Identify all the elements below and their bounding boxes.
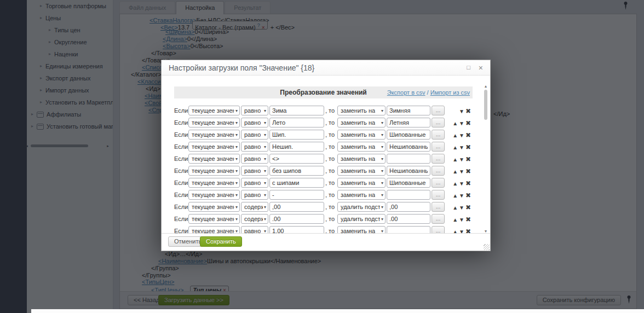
source-select[interactable]: текущее значение▾ [188,178,240,188]
delete-row-icon[interactable]: ✖ [465,143,471,151]
operator-select[interactable]: равно▾ [241,118,268,127]
replace-value-input[interactable] [387,166,430,176]
match-value-input[interactable] [269,118,324,127]
source-select[interactable]: текущее значение▾ [188,226,240,233]
replace-value-input[interactable] [387,142,430,152]
operator-select[interactable]: равно▾ [241,130,268,140]
more-options-button[interactable]: ... [432,154,445,164]
replace-value-input[interactable] [387,202,430,212]
source-select[interactable]: текущее значение▾ [188,190,240,200]
move-up-icon[interactable]: ▲ [452,181,458,187]
move-down-icon[interactable]: ▼ [459,205,464,211]
match-value-input[interactable] [269,106,324,115]
more-options-button[interactable]: ... [432,118,445,127]
move-up-icon[interactable]: ▲ [452,132,458,138]
replace-value-input[interactable] [387,130,430,140]
replace-value-input[interactable] [387,106,430,115]
more-options-button[interactable]: ... [432,142,445,152]
scrollbar-thumb[interactable] [484,90,487,120]
export-csv-link[interactable]: Экспорт в csv [387,89,426,96]
move-up-icon[interactable]: ▲ [452,229,458,233]
move-up-icon[interactable]: ▲ [452,193,458,199]
action-select[interactable]: заменить на▾ [337,130,386,140]
bottom-scrollbar-strip[interactable] [31,309,644,313]
more-options-button[interactable]: ... [432,190,445,200]
more-options-button[interactable]: ... [432,166,445,176]
source-select[interactable]: текущее значение▾ [188,118,240,127]
match-value-input[interactable] [269,142,324,152]
more-options-button[interactable]: ... [432,202,445,212]
more-options-button[interactable]: ... [432,106,445,115]
operator-select[interactable]: равно▾ [241,190,268,200]
action-select[interactable]: заменить на▾ [337,190,386,200]
resize-handle[interactable] [484,244,490,250]
operator-select[interactable]: равно▾ [241,106,268,115]
action-select[interactable]: заменить на▾ [337,106,386,115]
close-icon[interactable]: × [479,63,483,72]
match-value-input[interactable] [269,190,324,200]
operator-select[interactable]: равно▾ [241,178,268,188]
operator-select[interactable]: содержит▾ [241,214,268,224]
replace-value-input[interactable] [387,154,430,164]
replace-value-input[interactable] [387,226,430,233]
move-down-icon[interactable]: ▼ [459,108,464,114]
match-value-input[interactable] [269,178,324,188]
source-select[interactable]: текущее значение▾ [188,130,240,140]
source-select[interactable]: текущее значение▾ [188,106,240,115]
move-down-icon[interactable]: ▼ [459,144,464,150]
move-down-icon[interactable]: ▼ [459,217,464,223]
action-select[interactable]: заменить на▾ [337,226,386,233]
action-select[interactable]: заменить на▾ [337,166,386,176]
more-options-button[interactable]: ... [432,178,445,188]
source-select[interactable]: текущее значение▾ [188,154,240,164]
move-up-icon[interactable]: ▲ [452,169,458,175]
save-button[interactable]: Сохранить [200,236,242,247]
match-value-input[interactable] [269,202,324,212]
replace-value-input[interactable] [387,178,430,188]
import-csv-link[interactable]: Импорт из csv [430,89,470,96]
match-value-input[interactable] [269,226,324,233]
source-select[interactable]: текущее значение▾ [188,166,240,176]
delete-row-icon[interactable]: ✖ [465,167,471,175]
move-down-icon[interactable]: ▼ [459,156,464,163]
match-value-input[interactable] [269,130,324,140]
scroll-up-icon[interactable]: ▲ [484,84,488,88]
move-up-icon[interactable]: ▲ [452,144,458,150]
delete-row-icon[interactable]: ✖ [465,204,471,211]
source-select[interactable]: текущее значение▾ [188,142,240,152]
match-value-input[interactable] [269,214,324,224]
replace-value-input[interactable] [387,214,430,224]
action-select[interactable]: заменить на▾ [337,118,386,127]
more-options-button[interactable]: ... [432,130,445,140]
action-select[interactable]: заменить на▾ [337,178,386,188]
scroll-down-icon[interactable]: ▼ [484,229,488,233]
operator-select[interactable]: равно▾ [241,142,268,152]
delete-row-icon[interactable]: ✖ [465,216,471,223]
operator-select[interactable]: равно▾ [241,154,268,164]
maximize-icon[interactable]: □ [467,64,470,71]
match-value-input[interactable] [269,154,324,164]
move-up-icon[interactable]: ▲ [452,156,458,163]
action-select[interactable]: заменить на▾ [337,142,386,152]
move-down-icon[interactable]: ▼ [459,181,464,187]
match-value-input[interactable] [269,166,324,176]
delete-row-icon[interactable]: ✖ [465,119,471,127]
operator-select[interactable]: равно▾ [241,166,268,176]
more-options-button[interactable]: ... [432,226,445,233]
move-up-icon[interactable]: ▲ [452,120,458,126]
move-down-icon[interactable]: ▼ [459,229,464,233]
delete-row-icon[interactable]: ✖ [465,228,471,233]
delete-row-icon[interactable]: ✖ [465,131,471,139]
move-up-icon[interactable]: ▲ [452,217,458,223]
delete-row-icon[interactable]: ✖ [465,155,471,163]
action-select[interactable]: заменить на▾ [337,154,386,164]
operator-select[interactable]: равно▾ [241,226,268,233]
replace-value-input[interactable] [387,190,430,200]
move-down-icon[interactable]: ▼ [459,169,464,175]
more-options-button[interactable]: ... [432,214,445,224]
delete-row-icon[interactable]: ✖ [465,107,471,115]
move-up-icon[interactable]: ▲ [452,205,458,211]
move-down-icon[interactable]: ▼ [459,193,464,199]
delete-row-icon[interactable]: ✖ [465,179,471,187]
delete-row-icon[interactable]: ✖ [465,192,471,199]
